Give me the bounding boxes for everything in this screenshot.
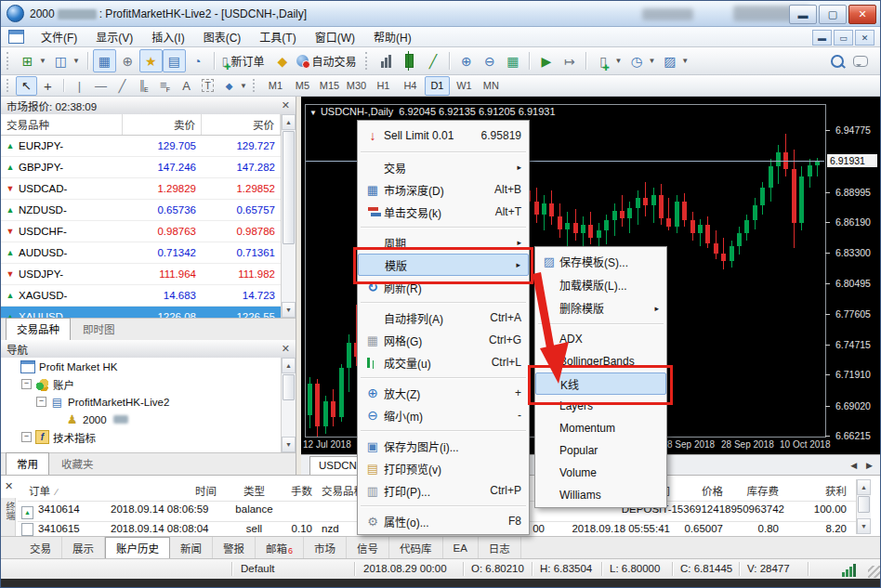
menu-3[interactable]: 图表(C) bbox=[194, 26, 251, 47]
toolbar-grip[interactable] bbox=[7, 79, 11, 92]
crosshair-tool[interactable]: + bbox=[37, 76, 59, 96]
strategy-tester-toggle[interactable]: ◔ bbox=[186, 49, 209, 72]
minus-expander-icon[interactable]: − bbox=[36, 397, 46, 407]
tab-common[interactable]: 常用 bbox=[6, 452, 49, 475]
scroll-thumb[interactable] bbox=[858, 496, 870, 513]
context-menu-item-templates[interactable]: 模版▸ bbox=[358, 254, 529, 276]
scroll-up-icon[interactable]: ▲ bbox=[282, 114, 296, 130]
submenu-item-bollingerbands[interactable]: BollingerBands bbox=[535, 350, 666, 372]
period-m5[interactable]: M5 bbox=[290, 76, 315, 96]
tile-windows-button[interactable]: ▦ bbox=[501, 49, 524, 72]
horizontal-line-tool[interactable]: — bbox=[90, 76, 112, 96]
column-bid[interactable]: 卖价 bbox=[123, 114, 202, 135]
scroll-up-icon[interactable]: ▲ bbox=[282, 358, 296, 373]
mdi-restore-button[interactable]: ▭ bbox=[834, 30, 853, 46]
candlestick-mode-button[interactable] bbox=[398, 49, 421, 72]
search-button[interactable] bbox=[825, 49, 848, 72]
market-watch-row-audusd[interactable]: ▲AUDUSD-0.713420.71361 bbox=[1, 242, 282, 264]
scroll-thumb[interactable] bbox=[283, 374, 295, 400]
market-watch-row-xauusd[interactable]: ▲XAUUSD-1226.081226.55 bbox=[1, 307, 282, 318]
terminal-tab-警报[interactable]: 警报 bbox=[213, 537, 256, 558]
terminal-package-icon[interactable]: ◆ bbox=[270, 49, 294, 72]
submenu-item-adx[interactable]: ADX bbox=[535, 328, 666, 350]
channel-tool[interactable]: ∥E bbox=[133, 76, 154, 96]
toolbar-grip[interactable] bbox=[365, 52, 370, 70]
market-watch-row-nzdusd[interactable]: ▲NZDUSD-0.657360.65757 bbox=[1, 200, 282, 221]
menu-2[interactable]: 插入(I) bbox=[142, 26, 193, 47]
context-menu-item-refresh[interactable]: 刷新(R) bbox=[358, 276, 529, 298]
market-watch-row-gbpjpy[interactable]: ▲GBPJPY-147.246147.282 bbox=[1, 157, 282, 178]
market-watch-scrollbar[interactable]: ▲ ▼ bbox=[281, 114, 296, 318]
column-symbol[interactable]: 交易品种 bbox=[1, 114, 123, 135]
navigator-item[interactable]: −账户 bbox=[1, 375, 282, 393]
terminal-tab-市场[interactable]: 市场 bbox=[304, 537, 347, 558]
zoom-in-button[interactable]: ⊕ bbox=[454, 49, 478, 72]
context-menu-item-grid[interactable]: 网格(G)Ctrl+G bbox=[358, 329, 529, 351]
period-h4[interactable]: H4 bbox=[398, 76, 423, 96]
terminal-tab-展示[interactable]: 展示 bbox=[62, 537, 105, 558]
menu-1[interactable]: 显示(V) bbox=[86, 26, 142, 47]
terminal-tab-新闻[interactable]: 新闻 bbox=[170, 537, 213, 558]
market-watch-row-usdjpy[interactable]: ▼USDJPY-111.964111.982 bbox=[1, 264, 282, 285]
templates-dropdown[interactable]: ▼ bbox=[681, 57, 689, 65]
toolbar-grip[interactable] bbox=[253, 79, 257, 92]
context-menu-item-timeframes[interactable]: 周期▸ bbox=[358, 231, 529, 254]
submenu-item-williams[interactable]: Williams bbox=[535, 484, 666, 506]
zoom-out-button[interactable]: ⊖ bbox=[478, 49, 501, 72]
terminal-tab-交易[interactable]: 交易 bbox=[20, 537, 62, 558]
market-watch-toggle[interactable]: ▦ bbox=[93, 49, 116, 72]
navigator-scrollbar[interactable]: ▲ ▼ bbox=[281, 358, 296, 452]
profiles-dropdown[interactable]: ▼ bbox=[72, 57, 80, 65]
tab-symbols[interactable]: 交易品种 bbox=[6, 318, 71, 340]
period-m30[interactable]: M30 bbox=[344, 76, 369, 96]
indicators-button[interactable]: ▯✚ bbox=[591, 49, 614, 72]
market-watch-row-usdcad[interactable]: ▼USDCAD-1.298291.29852 bbox=[1, 178, 282, 200]
navigator-item[interactable]: −♟2000 bbox=[1, 411, 282, 428]
terminal-tab-日志[interactable]: 日志 bbox=[479, 537, 521, 558]
menu-6[interactable]: 帮助(H) bbox=[364, 26, 421, 47]
market-watch-close-icon[interactable]: ✕ bbox=[282, 99, 290, 111]
new-order-button[interactable]: ▯✚ 新订单 bbox=[219, 50, 271, 72]
arrows-tool[interactable]: ◆ bbox=[218, 76, 240, 96]
submenu-item-momentum[interactable]: Momentum bbox=[535, 417, 666, 439]
autotrading-button[interactable]: 自动交易 bbox=[294, 50, 362, 72]
indicators-dropdown[interactable]: ▼ bbox=[614, 57, 622, 65]
context-menu-item-properties[interactable]: 属性(o)...F8 bbox=[358, 510, 529, 532]
scroll-down-icon[interactable]: ▼ bbox=[857, 518, 871, 534]
scroll-down-icon[interactable]: ▼ bbox=[282, 302, 296, 318]
period-h1[interactable]: H1 bbox=[371, 76, 396, 96]
new-chart-button[interactable]: ⊞ bbox=[16, 49, 39, 72]
resize-grip[interactable] bbox=[868, 566, 880, 578]
tab-favorites[interactable]: 收藏夹 bbox=[51, 453, 104, 475]
terminal-scrollbar[interactable]: ▲ ▼ bbox=[856, 479, 871, 534]
minus-expander-icon[interactable]: − bbox=[21, 432, 32, 442]
menu-5[interactable]: 窗口(W) bbox=[306, 26, 364, 47]
tab-tick-chart[interactable]: 即时图 bbox=[72, 319, 125, 340]
period-m15[interactable]: M15 bbox=[317, 76, 342, 96]
period-w1[interactable]: W1 bbox=[452, 76, 477, 96]
menu-0[interactable]: 文件(F) bbox=[32, 26, 86, 47]
navigator-item[interactable]: −▤ProfitMarketHK-Live2 bbox=[1, 393, 282, 411]
context-menu-item-sell-limit[interactable]: Sell Limit 0.016.95819 bbox=[358, 124, 529, 148]
trendline-tool[interactable]: ╱ bbox=[112, 76, 133, 96]
chat-button[interactable] bbox=[848, 49, 872, 72]
templates-button[interactable]: ▨ bbox=[658, 49, 681, 72]
tab-scroll-right-icon[interactable]: ▶ bbox=[866, 461, 873, 470]
fibonacci-tool[interactable]: ≡F bbox=[154, 76, 176, 96]
mdi-minimize-button[interactable]: ▬ bbox=[812, 30, 832, 46]
column-lots[interactable]: 手数 bbox=[275, 483, 312, 498]
timeframes-button[interactable]: ◷ bbox=[625, 49, 648, 72]
chart-window-icon[interactable] bbox=[8, 30, 24, 44]
scroll-thumb[interactable] bbox=[283, 131, 295, 244]
terminal-tab-代码库[interactable]: 代码库 bbox=[389, 537, 443, 558]
bar-chart-mode-button[interactable] bbox=[375, 49, 398, 72]
navigator-close-icon[interactable]: ✕ bbox=[282, 343, 290, 355]
arrows-dropdown[interactable]: ▼ bbox=[240, 82, 247, 90]
terminal-close-icon[interactable]: ✕ bbox=[5, 480, 13, 492]
submenu-item-layers[interactable]: Layers bbox=[535, 395, 666, 417]
context-menu-item-volumes[interactable]: 成交量(u)Ctrl+L bbox=[358, 351, 529, 373]
timeframes-dropdown[interactable]: ▼ bbox=[648, 57, 655, 65]
submenu-item-save-template[interactable]: 保存模板(S)... bbox=[535, 250, 666, 273]
context-menu-item-trade[interactable]: 交易▸ bbox=[358, 156, 529, 178]
tab-scroll-left-icon[interactable]: ◀ bbox=[850, 461, 857, 470]
